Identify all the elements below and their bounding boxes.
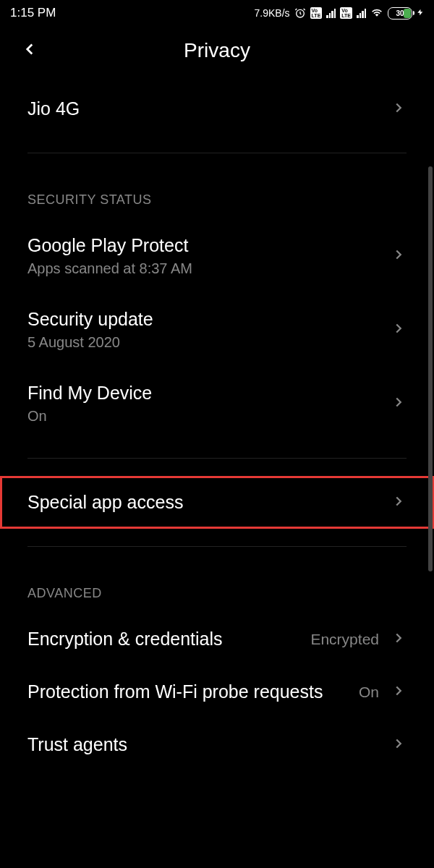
chevron-right-icon xyxy=(391,394,407,413)
battery-icon: 30 xyxy=(388,7,412,20)
item-title: Special app access xyxy=(27,492,183,513)
divider xyxy=(27,153,407,153)
alarm-icon xyxy=(294,7,306,19)
charging-icon xyxy=(417,7,424,20)
item-subtitle: Apps scanned at 8:37 AM xyxy=(27,260,192,277)
chevron-right-icon xyxy=(391,247,407,265)
chevron-right-icon xyxy=(391,100,407,119)
list-item-encryption[interactable]: Encryption & credentials Encrypted xyxy=(0,613,434,665)
list-item-find-device[interactable]: Find My Device On xyxy=(0,367,434,441)
section-security-status: Security Status xyxy=(0,171,434,219)
item-value: On xyxy=(359,684,379,701)
item-title: Encryption & credentials xyxy=(27,629,223,650)
item-value: Encrypted xyxy=(310,631,379,648)
item-title: Google Play Protect xyxy=(27,235,192,256)
list-item-security-update[interactable]: Security update 5 August 2020 xyxy=(0,293,434,367)
item-subtitle: On xyxy=(27,408,152,425)
list-item-trust-agents[interactable]: Trust agents xyxy=(0,718,434,771)
status-time: 1:15 PM xyxy=(10,6,56,20)
chevron-right-icon xyxy=(391,736,407,754)
back-button[interactable] xyxy=(20,40,39,61)
divider xyxy=(27,458,407,459)
item-subtitle: 5 August 2020 xyxy=(27,334,153,351)
chevron-right-icon xyxy=(391,683,407,702)
volte-icon-2: VoLTE xyxy=(340,7,352,19)
list-item-play-protect[interactable]: Google Play Protect Apps scanned at 8:37… xyxy=(0,219,434,293)
signal-icon-1 xyxy=(326,8,336,18)
header: Privacy xyxy=(0,26,434,82)
wifi-icon xyxy=(370,8,383,18)
volte-icon-1: VoLTE xyxy=(310,7,323,19)
network-speed: 7.9KB/s xyxy=(255,7,290,19)
section-advanced: Advanced xyxy=(0,564,434,613)
item-title: Jio 4G xyxy=(27,98,80,119)
page-title: Privacy xyxy=(12,39,422,62)
list-item-special-access[interactable]: Special app access xyxy=(0,476,434,529)
item-title: Trust agents xyxy=(27,734,127,755)
chevron-right-icon xyxy=(391,630,407,649)
item-title: Protection from Wi-Fi probe requests xyxy=(27,681,323,702)
status-bar: 1:15 PM 7.9KB/s VoLTE VoLTE 30 xyxy=(0,0,434,26)
list-item-wifi-probe[interactable]: Protection from Wi-Fi probe requests On xyxy=(0,665,434,718)
chevron-right-icon xyxy=(391,493,407,512)
status-right: 7.9KB/s VoLTE VoLTE 30 xyxy=(255,7,424,20)
item-title: Find My Device xyxy=(27,383,152,404)
scrollbar[interactable] xyxy=(428,166,433,571)
chevron-right-icon xyxy=(391,320,407,339)
divider xyxy=(27,546,407,547)
list-item-jio[interactable]: Jio 4G xyxy=(0,82,434,135)
signal-icon-2 xyxy=(357,8,366,18)
item-title: Security update xyxy=(27,309,153,330)
